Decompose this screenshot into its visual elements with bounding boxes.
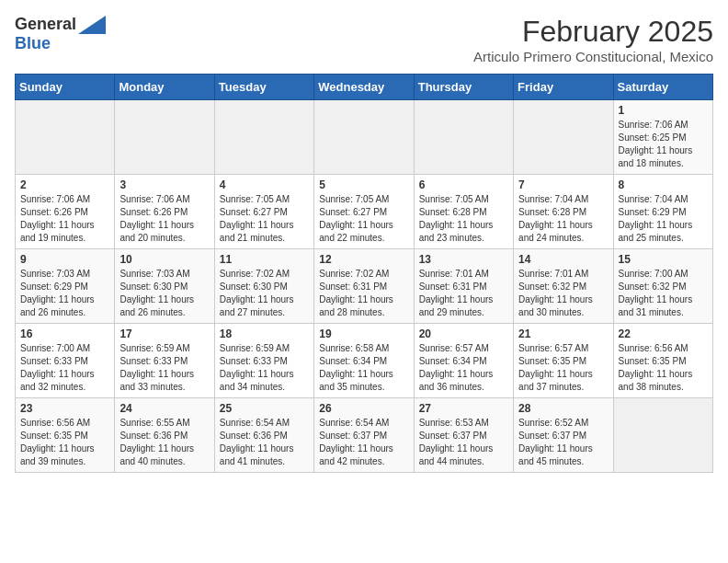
day-info: Sunrise: 7:02 AM Sunset: 6:31 PM Dayligh… xyxy=(319,268,408,319)
svg-marker-0 xyxy=(78,16,106,34)
day-number: 4 xyxy=(220,178,309,191)
calendar-subtitle: Articulo Primero Constitucional, Mexico xyxy=(473,49,713,64)
day-number: 27 xyxy=(419,402,508,415)
day-cell xyxy=(16,100,115,175)
day-number: 9 xyxy=(20,253,109,266)
day-info: Sunrise: 7:04 AM Sunset: 6:28 PM Dayligh… xyxy=(518,193,608,245)
day-info: Sunrise: 6:56 AM Sunset: 6:35 PM Dayligh… xyxy=(619,342,708,394)
day-cell: 7Sunrise: 7:04 AM Sunset: 6:28 PM Daylig… xyxy=(514,175,613,249)
day-number: 10 xyxy=(119,253,209,266)
day-cell: 24Sunrise: 6:55 AM Sunset: 6:36 PM Dayli… xyxy=(115,398,214,473)
day-cell: 19Sunrise: 6:58 AM Sunset: 6:34 PM Dayli… xyxy=(314,324,414,398)
day-info: Sunrise: 7:06 AM Sunset: 6:25 PM Dayligh… xyxy=(619,119,708,170)
day-number: 11 xyxy=(220,253,309,266)
day-cell: 6Sunrise: 7:05 AM Sunset: 6:28 PM Daylig… xyxy=(414,175,513,249)
calendar-title: February 2025 xyxy=(473,15,713,49)
day-number: 12 xyxy=(319,253,408,266)
day-cell: 22Sunrise: 6:56 AM Sunset: 6:35 PM Dayli… xyxy=(613,324,712,398)
day-cell xyxy=(115,100,214,175)
day-cell: 13Sunrise: 7:01 AM Sunset: 6:31 PM Dayli… xyxy=(414,249,513,324)
logo-general-text: General xyxy=(15,15,76,34)
logo: General Blue xyxy=(15,15,106,53)
day-cell: 26Sunrise: 6:54 AM Sunset: 6:37 PM Dayli… xyxy=(314,398,414,473)
day-number: 8 xyxy=(619,178,708,191)
weekday-header-monday: Monday xyxy=(115,75,214,100)
weekday-header-friday: Friday xyxy=(514,75,613,100)
day-info: Sunrise: 6:53 AM Sunset: 6:37 PM Dayligh… xyxy=(419,417,508,468)
weekday-header-row: SundayMondayTuesdayWednesdayThursdayFrid… xyxy=(16,75,713,100)
day-cell: 2Sunrise: 7:06 AM Sunset: 6:26 PM Daylig… xyxy=(16,175,115,249)
day-cell: 4Sunrise: 7:05 AM Sunset: 6:27 PM Daylig… xyxy=(214,175,313,249)
day-number: 16 xyxy=(20,327,109,340)
day-cell: 5Sunrise: 7:05 AM Sunset: 6:27 PM Daylig… xyxy=(314,175,414,249)
day-number: 24 xyxy=(119,402,209,415)
day-cell xyxy=(514,100,613,175)
page-header: General Blue February 2025 Articulo Prim… xyxy=(15,15,713,64)
day-cell: 8Sunrise: 7:04 AM Sunset: 6:29 PM Daylig… xyxy=(613,175,712,249)
day-info: Sunrise: 7:01 AM Sunset: 6:31 PM Dayligh… xyxy=(419,268,508,319)
day-info: Sunrise: 6:58 AM Sunset: 6:34 PM Dayligh… xyxy=(319,342,408,394)
day-cell: 16Sunrise: 7:00 AM Sunset: 6:33 PM Dayli… xyxy=(16,324,115,398)
day-info: Sunrise: 7:05 AM Sunset: 6:27 PM Dayligh… xyxy=(319,193,408,245)
day-cell: 11Sunrise: 7:02 AM Sunset: 6:30 PM Dayli… xyxy=(214,249,313,324)
title-block: February 2025 Articulo Primero Constituc… xyxy=(473,15,713,64)
day-info: Sunrise: 6:59 AM Sunset: 6:33 PM Dayligh… xyxy=(119,342,209,394)
day-cell: 18Sunrise: 6:59 AM Sunset: 6:33 PM Dayli… xyxy=(214,324,313,398)
day-number: 25 xyxy=(220,402,309,415)
day-info: Sunrise: 7:00 AM Sunset: 6:32 PM Dayligh… xyxy=(619,268,708,319)
day-cell: 21Sunrise: 6:57 AM Sunset: 6:35 PM Dayli… xyxy=(514,324,613,398)
day-info: Sunrise: 7:06 AM Sunset: 6:26 PM Dayligh… xyxy=(20,193,109,245)
day-cell: 3Sunrise: 7:06 AM Sunset: 6:26 PM Daylig… xyxy=(115,175,214,249)
day-cell xyxy=(613,398,712,473)
day-number: 28 xyxy=(518,402,608,415)
day-cell: 14Sunrise: 7:01 AM Sunset: 6:32 PM Dayli… xyxy=(514,249,613,324)
day-info: Sunrise: 7:01 AM Sunset: 6:32 PM Dayligh… xyxy=(518,268,608,319)
day-info: Sunrise: 7:02 AM Sunset: 6:30 PM Dayligh… xyxy=(220,268,309,319)
day-cell: 1Sunrise: 7:06 AM Sunset: 6:25 PM Daylig… xyxy=(613,100,712,175)
day-number: 7 xyxy=(518,178,608,191)
day-cell xyxy=(314,100,414,175)
calendar-table: SundayMondayTuesdayWednesdayThursdayFrid… xyxy=(15,74,713,473)
day-number: 1 xyxy=(619,104,708,117)
day-info: Sunrise: 6:57 AM Sunset: 6:34 PM Dayligh… xyxy=(419,342,508,394)
day-info: Sunrise: 7:03 AM Sunset: 6:29 PM Dayligh… xyxy=(20,268,109,319)
logo-blue-text: Blue xyxy=(15,34,51,53)
day-number: 14 xyxy=(518,253,608,266)
day-cell: 15Sunrise: 7:00 AM Sunset: 6:32 PM Dayli… xyxy=(613,249,712,324)
weekday-header-wednesday: Wednesday xyxy=(314,75,414,100)
day-cell: 10Sunrise: 7:03 AM Sunset: 6:30 PM Dayli… xyxy=(115,249,214,324)
day-number: 21 xyxy=(518,327,608,340)
logo-icon xyxy=(78,16,106,34)
week-row-0: 1Sunrise: 7:06 AM Sunset: 6:25 PM Daylig… xyxy=(16,100,713,175)
weekday-header-thursday: Thursday xyxy=(414,75,513,100)
week-row-2: 9Sunrise: 7:03 AM Sunset: 6:29 PM Daylig… xyxy=(16,249,713,324)
day-number: 17 xyxy=(119,327,209,340)
day-number: 3 xyxy=(119,178,209,191)
day-cell: 20Sunrise: 6:57 AM Sunset: 6:34 PM Dayli… xyxy=(414,324,513,398)
day-number: 19 xyxy=(319,327,408,340)
week-row-3: 16Sunrise: 7:00 AM Sunset: 6:33 PM Dayli… xyxy=(16,324,713,398)
week-row-1: 2Sunrise: 7:06 AM Sunset: 6:26 PM Daylig… xyxy=(16,175,713,249)
week-row-4: 23Sunrise: 6:56 AM Sunset: 6:35 PM Dayli… xyxy=(16,398,713,473)
day-cell: 17Sunrise: 6:59 AM Sunset: 6:33 PM Dayli… xyxy=(115,324,214,398)
day-info: Sunrise: 7:04 AM Sunset: 6:29 PM Dayligh… xyxy=(619,193,708,245)
day-cell xyxy=(414,100,513,175)
day-number: 23 xyxy=(20,402,109,415)
day-number: 15 xyxy=(619,253,708,266)
day-info: Sunrise: 6:57 AM Sunset: 6:35 PM Dayligh… xyxy=(518,342,608,394)
day-info: Sunrise: 6:54 AM Sunset: 6:36 PM Dayligh… xyxy=(220,417,309,468)
day-cell: 23Sunrise: 6:56 AM Sunset: 6:35 PM Dayli… xyxy=(16,398,115,473)
weekday-header-saturday: Saturday xyxy=(613,75,712,100)
day-cell: 28Sunrise: 6:52 AM Sunset: 6:37 PM Dayli… xyxy=(514,398,613,473)
day-info: Sunrise: 7:03 AM Sunset: 6:30 PM Dayligh… xyxy=(119,268,209,319)
day-info: Sunrise: 6:52 AM Sunset: 6:37 PM Dayligh… xyxy=(518,417,608,468)
day-cell: 9Sunrise: 7:03 AM Sunset: 6:29 PM Daylig… xyxy=(16,249,115,324)
day-number: 26 xyxy=(319,402,408,415)
day-number: 22 xyxy=(619,327,708,340)
weekday-header-sunday: Sunday xyxy=(16,75,115,100)
day-info: Sunrise: 6:59 AM Sunset: 6:33 PM Dayligh… xyxy=(220,342,309,394)
day-info: Sunrise: 6:54 AM Sunset: 6:37 PM Dayligh… xyxy=(319,417,408,468)
day-cell: 12Sunrise: 7:02 AM Sunset: 6:31 PM Dayli… xyxy=(314,249,414,324)
day-info: Sunrise: 7:00 AM Sunset: 6:33 PM Dayligh… xyxy=(20,342,109,394)
day-number: 2 xyxy=(20,178,109,191)
